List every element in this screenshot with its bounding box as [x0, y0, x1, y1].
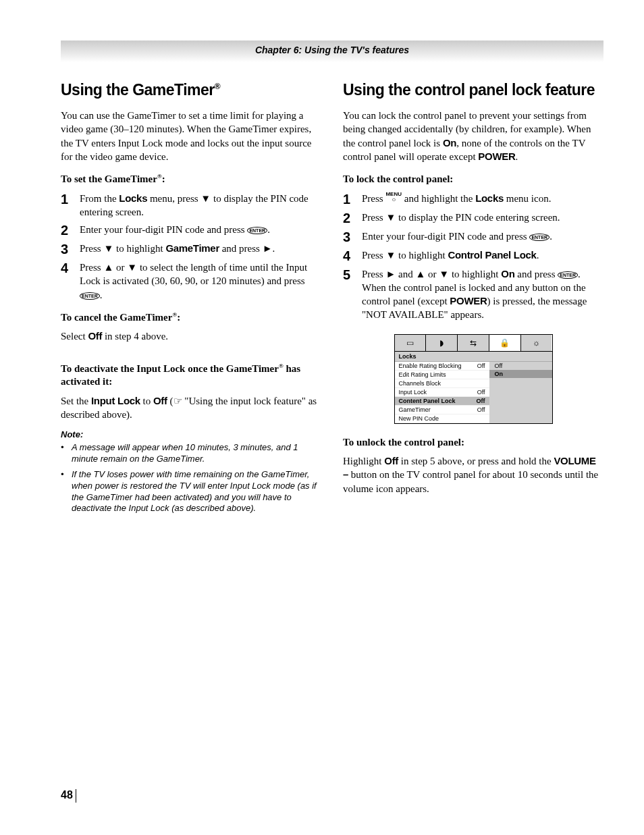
- step-2: Press ▼ to display the PIN code entering…: [343, 211, 603, 225]
- step-5: Press ► and ▲ or ▼ to highlight On and p…: [343, 267, 603, 322]
- osd-tab-locks-icon: 🔒: [489, 335, 521, 351]
- step-1: From the Locks menu, press ▼ to display …: [61, 192, 321, 219]
- set-gametimer-steps: From the Locks menu, press ▼ to display …: [61, 192, 321, 302]
- step-4: Press ▼ to highlight Control Panel Lock.: [343, 248, 603, 263]
- osd-options-panel: OffOn: [489, 362, 552, 423]
- osd-option: On: [489, 370, 552, 378]
- chapter-bar: Chapter 6: Using the TV's features: [61, 41, 603, 62]
- up-arrow-icon: ▲: [103, 261, 113, 273]
- gametimer-heading: Using the GameTimer®: [61, 81, 321, 99]
- unlock-controlpanel-text: Highlight Off in step 5 above, or press …: [343, 454, 603, 495]
- osd-row: GameTimerOff: [395, 406, 489, 414]
- controlpanel-heading: Using the control panel lock feature: [343, 81, 603, 99]
- unlock-controlpanel-subhead: To unlock the control panel:: [343, 436, 603, 450]
- locks-menu-osd: ▭ ◗ ⇆ 🔒 ☼ Locks Enable Rating BlockingOf…: [394, 334, 553, 424]
- step-1: Press MENU○ and highlight the Locks menu…: [343, 192, 603, 207]
- right-arrow-icon: ►: [263, 242, 273, 254]
- osd-list: Enable Rating BlockingOffEdit Rating Lim…: [395, 362, 489, 423]
- notes-list: A message will appear when 10 minutes, 3…: [61, 442, 321, 514]
- down-arrow-icon: ▼: [200, 192, 211, 204]
- down-arrow-icon: ▼: [385, 249, 396, 261]
- up-arrow-icon: ▲: [415, 268, 425, 279]
- down-arrow-icon: ▼: [439, 268, 449, 279]
- step-4: Press ▲ or ▼ to select the length of tim…: [61, 261, 321, 302]
- deactivate-inputlock-subhead: To deactivate the Input Lock once the Ga…: [61, 362, 321, 389]
- heading-text: Using the GameTimer: [61, 81, 215, 99]
- menu-icon: MENU○: [385, 192, 402, 203]
- left-column: Using the GameTimer® You can use the Gam…: [61, 81, 321, 518]
- deactivate-inputlock-text: Set the Input Lock to Off (☞ "Using the …: [61, 394, 321, 422]
- osd-tabs: ▭ ◗ ⇆ 🔒 ☼: [395, 335, 552, 352]
- pointer-icon: ☞: [173, 395, 182, 406]
- enter-icon: ENTER: [247, 227, 267, 234]
- gametimer-intro: You can use the GameTimer to set a time …: [61, 109, 321, 163]
- note-1: A message will appear when 10 minutes, 3…: [61, 442, 321, 465]
- lock-controlpanel-steps: Press MENU○ and highlight the Locks menu…: [343, 192, 603, 322]
- osd-row: Enable Rating BlockingOff: [395, 362, 489, 371]
- osd-tab-setup-icon: ⇆: [458, 335, 489, 351]
- step-2: Enter your four-digit PIN code and press…: [61, 223, 321, 238]
- cancel-gametimer-subhead: To cancel the GameTimer®:: [61, 311, 321, 325]
- two-column-layout: Using the GameTimer® You can use the Gam…: [61, 81, 603, 518]
- osd-tab-picture-icon: ▭: [395, 335, 427, 351]
- osd-row: Content Panel LockOff: [395, 397, 489, 406]
- osd-row: Channels Block: [395, 379, 489, 388]
- osd-row: Edit Rating Limits: [395, 371, 489, 379]
- osd-tab-settings-icon: ☼: [521, 335, 552, 351]
- down-arrow-icon: ▼: [385, 211, 396, 223]
- step-3: Enter your four-digit PIN code and press…: [343, 230, 603, 244]
- osd-option: Off: [489, 362, 552, 370]
- page-rule: [76, 789, 76, 803]
- lock-controlpanel-subhead: To lock the control panel:: [343, 173, 603, 186]
- right-arrow-icon: ►: [385, 268, 396, 279]
- osd-row: New PIN Code: [395, 414, 489, 423]
- osd-row: Input LockOff: [395, 388, 489, 397]
- enter-icon: ENTER: [529, 234, 549, 241]
- registered-mark: ®: [215, 82, 220, 91]
- note-2: If the TV loses power with time remainin…: [61, 469, 321, 515]
- page-number: 48: [61, 789, 73, 801]
- set-gametimer-subhead: To set the GameTimer®:: [61, 173, 321, 186]
- controlpanel-intro: You can lock the control panel to preven…: [343, 109, 603, 163]
- note-heading: Note:: [61, 429, 321, 439]
- down-arrow-icon: ▼: [103, 242, 113, 254]
- osd-title: Locks: [395, 352, 552, 362]
- osd-tab-audio-icon: ◗: [426, 335, 458, 351]
- down-arrow-icon: ▼: [127, 261, 137, 273]
- enter-icon: ENTER: [558, 271, 578, 279]
- cancel-gametimer-text: Select Off in step 4 above.: [61, 329, 321, 343]
- step-3: Press ▼ to highlight GameTimer and press…: [61, 242, 321, 257]
- enter-icon: ENTER: [80, 292, 100, 300]
- right-column: Using the control panel lock feature You…: [343, 81, 603, 518]
